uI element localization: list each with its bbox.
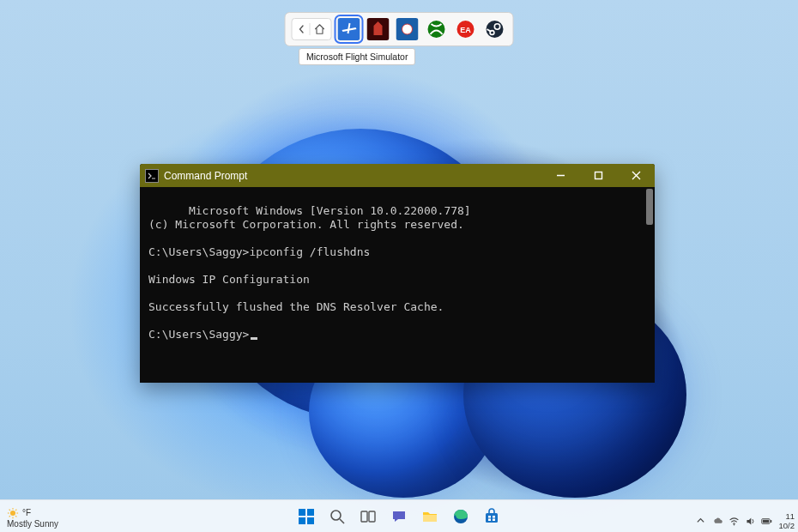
- svg-rect-29: [423, 515, 437, 522]
- svg-rect-11: [595, 172, 602, 179]
- terminal-line: C:\Users\Saggy>: [148, 328, 249, 341]
- svg-rect-39: [762, 519, 768, 523]
- game-bar-nav: [292, 18, 332, 40]
- svg-line-26: [340, 519, 344, 523]
- wifi-icon: [728, 516, 740, 527]
- svg-rect-27: [361, 511, 367, 522]
- store-button[interactable]: [477, 502, 506, 531]
- terminal-body[interactable]: Microsoft Windows [Version 10.0.22000.77…: [140, 187, 655, 383]
- home-button[interactable]: [314, 23, 326, 35]
- clock[interactable]: 11 10/2: [779, 511, 795, 530]
- chat-button[interactable]: [384, 502, 414, 531]
- weather-widget[interactable]: °F Mostly Sunny: [7, 507, 58, 529]
- volume-icon: [745, 516, 756, 527]
- steam-icon[interactable]: [483, 17, 507, 41]
- svg-point-8: [487, 21, 504, 38]
- show-hidden-icons[interactable]: [696, 516, 705, 527]
- desktop: EA Microsoft Flight Simulator Command Pr…: [0, 0, 798, 532]
- svg-line-19: [9, 516, 10, 517]
- svg-line-17: [9, 510, 10, 511]
- svg-rect-28: [369, 511, 375, 522]
- taskbar: °F Mostly Sunny: [0, 499, 798, 532]
- svg-rect-35: [493, 518, 495, 521]
- window-titlebar[interactable]: Command Prompt: [140, 164, 655, 187]
- command-prompt-window: Command Prompt Microsoft Windows [Versio…: [140, 164, 655, 383]
- svg-rect-21: [299, 509, 305, 516]
- svg-rect-22: [307, 509, 314, 516]
- start-button[interactable]: [292, 502, 321, 531]
- terminal-line: (c) Microsoft Corporation. All rights re…: [148, 218, 464, 231]
- time-text: 11: [779, 511, 795, 521]
- terminal-line: Microsoft Windows [Version 10.0.22000.77…: [189, 204, 471, 217]
- close-button[interactable]: [617, 164, 655, 187]
- taskbar-right: 11 10/2: [696, 511, 795, 530]
- terminal-line: Successfully flushed the DNS Resolver Ca…: [148, 300, 444, 313]
- svg-line-20: [15, 510, 16, 511]
- game-thumb-flight-sim[interactable]: [337, 17, 361, 41]
- taskbar-center: [292, 502, 506, 531]
- game-bar-tooltip: Microsoft Flight Simulator: [299, 48, 415, 65]
- svg-rect-32: [488, 516, 491, 518]
- date-text: 10/2: [779, 521, 795, 530]
- weather-text: Mostly Sunny: [7, 519, 58, 529]
- system-tray[interactable]: [712, 516, 772, 527]
- cmd-icon: [145, 169, 159, 183]
- ea-icon[interactable]: EA: [454, 17, 478, 41]
- svg-point-36: [733, 523, 735, 525]
- sun-icon: [7, 507, 19, 519]
- file-explorer-button[interactable]: [415, 502, 444, 531]
- window-title: Command Prompt: [164, 170, 541, 182]
- svg-rect-23: [299, 517, 305, 524]
- weather-temp: °F: [22, 508, 31, 518]
- svg-point-5: [428, 21, 445, 38]
- svg-line-18: [15, 516, 16, 517]
- onedrive-icon: [712, 516, 723, 527]
- svg-point-25: [331, 511, 341, 520]
- xbox-icon[interactable]: [425, 17, 449, 41]
- maximize-button[interactable]: [579, 164, 617, 187]
- svg-rect-33: [493, 516, 495, 518]
- svg-rect-38: [770, 520, 771, 523]
- task-view-button[interactable]: [354, 502, 383, 531]
- minimize-button[interactable]: [541, 164, 579, 187]
- terminal-cursor: [251, 337, 257, 340]
- game-thumb-doom[interactable]: [366, 17, 390, 41]
- svg-text:EA: EA: [460, 26, 471, 34]
- terminal-line: Windows IP Configuration: [148, 273, 310, 286]
- svg-rect-34: [488, 518, 491, 521]
- search-button[interactable]: [323, 502, 352, 531]
- terminal-line: C:\Users\Saggy>ipconfig /flushdns: [148, 245, 370, 258]
- game-bar: EA: [285, 12, 514, 46]
- svg-point-12: [10, 511, 15, 516]
- edge-button[interactable]: [446, 502, 475, 531]
- back-button[interactable]: [298, 25, 306, 33]
- svg-rect-24: [307, 517, 314, 524]
- battery-icon: [761, 516, 772, 527]
- scrollbar-thumb[interactable]: [646, 189, 653, 225]
- game-thumb-fifa[interactable]: [396, 17, 420, 41]
- svg-rect-31: [486, 513, 498, 523]
